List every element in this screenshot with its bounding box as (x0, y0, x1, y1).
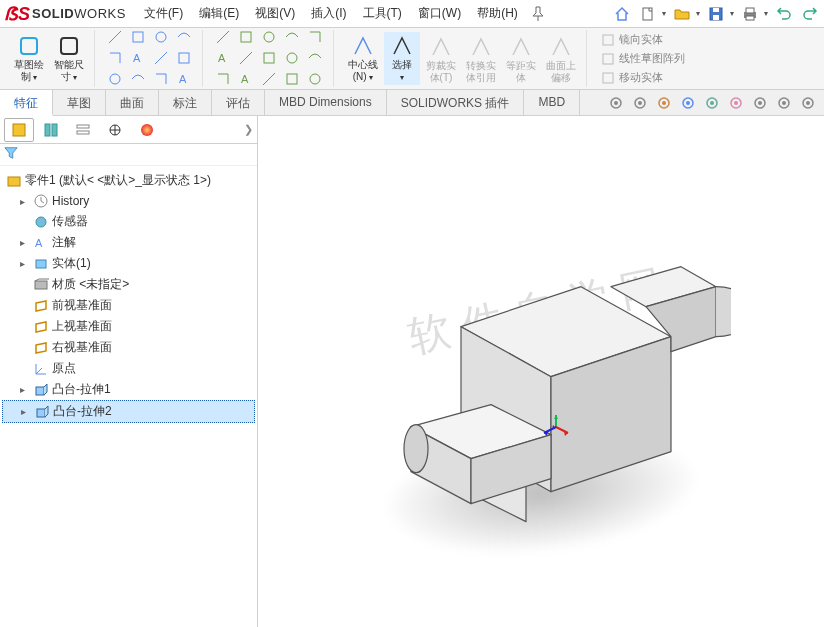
tree-item-label: 凸台-拉伸2 (53, 403, 112, 420)
sketch-button[interactable]: 草图绘制 ▾ (10, 32, 48, 85)
view-orient-icon[interactable] (678, 93, 698, 113)
sketch-tool-icon[interactable] (259, 28, 279, 46)
sketch-tool-icon[interactable] (151, 49, 171, 67)
home-icon[interactable] (612, 4, 632, 24)
tree-material[interactable]: 材质 <未指定> (2, 274, 255, 295)
tree-root[interactable]: 零件1 (默认< <默认>_显示状态 1>) (2, 170, 255, 191)
sketch-tool-icon[interactable] (282, 28, 302, 46)
tab-曲面[interactable]: 曲面 (106, 90, 159, 115)
property-tab[interactable] (36, 118, 66, 142)
tree-item-label: 原点 (52, 360, 76, 377)
menu-视图(V)[interactable]: 视图(V) (247, 1, 303, 26)
sketch-tool-icon[interactable] (259, 49, 279, 67)
sketch-tool-icon[interactable] (213, 28, 233, 46)
svg-rect-15 (241, 32, 251, 42)
tree-right-plane[interactable]: 右视基准面 (2, 337, 255, 358)
feature-tree-tab[interactable] (4, 118, 34, 142)
undo-icon[interactable] (774, 4, 794, 24)
tab-标注[interactable]: 标注 (159, 90, 212, 115)
menu-文件(F)[interactable]: 文件(F) (136, 1, 191, 26)
expand-icon[interactable]: ▸ (20, 237, 30, 248)
tree-annotations[interactable]: ▸A注解 (2, 232, 255, 253)
tree-extrude2[interactable]: ▸凸台-拉伸2 (2, 400, 255, 423)
sketch-tool-icon[interactable]: A (213, 49, 233, 67)
sketch-tool-icon[interactable] (282, 70, 302, 88)
menu-帮助(H)[interactable]: 帮助(H) (469, 1, 526, 26)
tab-MBD Dimensions[interactable]: MBD Dimensions (265, 90, 387, 115)
view-triad: * (541, 412, 571, 445)
plane-icon (33, 340, 49, 356)
menu-窗口(W)[interactable]: 窗口(W) (410, 1, 469, 26)
sketch-tool-icon[interactable] (105, 49, 125, 67)
redo-icon[interactable] (800, 4, 820, 24)
sketch-tool-icon[interactable] (213, 70, 233, 88)
expand-icon[interactable]: ▸ (20, 384, 30, 395)
sketch-tool-icon[interactable] (282, 49, 302, 67)
expand-icon[interactable]: ▸ (21, 406, 31, 417)
tab-SOLIDWORKS 插件[interactable]: SOLIDWORKS 插件 (387, 90, 525, 115)
expand-icon[interactable]: ▸ (20, 196, 30, 207)
hide-show-icon[interactable] (798, 93, 818, 113)
svg-text:*: * (552, 424, 555, 431)
smart-dim-button[interactable]: 智能尺寸 ▾ (50, 32, 88, 85)
sketch-tool-icon[interactable]: A (174, 70, 194, 88)
tab-MBD[interactable]: MBD (524, 90, 580, 115)
menu-工具(T)[interactable]: 工具(T) (355, 1, 410, 26)
sketch-tool-icon[interactable] (105, 28, 125, 46)
sketch-tool-icon[interactable] (305, 70, 325, 88)
tree-filter[interactable] (0, 144, 257, 166)
shadow-icon[interactable] (774, 93, 794, 113)
new-icon[interactable] (638, 4, 658, 24)
tab-评估[interactable]: 评估 (212, 90, 265, 115)
sketch-tool-icon[interactable] (128, 28, 148, 46)
tab-特征[interactable]: 特征 (0, 90, 53, 116)
centerline-button[interactable]: 中心线(N) ▾ (344, 32, 382, 85)
menu-编辑(E)[interactable]: 编辑(E) (191, 1, 247, 26)
perspective-icon[interactable] (750, 93, 770, 113)
sketch-tool-icon[interactable] (259, 70, 279, 88)
sketch-tool-icon[interactable] (105, 70, 125, 88)
material-icon (33, 277, 49, 293)
svg-point-43 (806, 101, 810, 105)
sketch-tool-icon[interactable] (236, 49, 256, 67)
scene-icon[interactable] (726, 93, 746, 113)
open-icon[interactable] (672, 4, 692, 24)
zoom-fit-icon[interactable] (630, 93, 650, 113)
sketch-tool-icon[interactable] (151, 28, 171, 46)
sketch-tool-icon[interactable] (128, 70, 148, 88)
tree-solid-bodies[interactable]: ▸实体(1) (2, 253, 255, 274)
sketch-tool-icon[interactable] (305, 49, 325, 67)
tree-top-plane[interactable]: 上视基准面 (2, 316, 255, 337)
section-icon[interactable] (654, 93, 674, 113)
svg-rect-18 (264, 53, 274, 63)
tree-extrude1[interactable]: ▸凸台-拉伸1 (2, 379, 255, 400)
graphics-viewport[interactable]: 软件自学网 (258, 116, 824, 627)
tree-sensors[interactable]: 传感器 (2, 211, 255, 232)
solidworks-icon: ẞS (4, 3, 30, 25)
menu-插入(I)[interactable]: 插入(I) (303, 1, 354, 26)
dimxpert-tab[interactable] (100, 118, 130, 142)
appearance-tab[interactable] (132, 118, 162, 142)
tree-history[interactable]: ▸History (2, 191, 255, 211)
sketch-tool-icon[interactable]: A (128, 49, 148, 67)
expand-icon[interactable]: ❯ (244, 123, 253, 136)
config-tab[interactable] (68, 118, 98, 142)
svg-text:A: A (241, 73, 249, 85)
zoom-icon[interactable] (606, 93, 626, 113)
sketch-tool-icon[interactable] (174, 49, 194, 67)
tree-front-plane[interactable]: 前视基准面 (2, 295, 255, 316)
sketch-tool-icon[interactable]: A (236, 70, 256, 88)
select-button[interactable]: 选择 ▾ (384, 32, 420, 85)
sketch-tool-icon[interactable] (174, 28, 194, 46)
sketch-tool-icon[interactable] (305, 28, 325, 46)
tree-origin[interactable]: 原点 (2, 358, 255, 379)
print-icon[interactable] (740, 4, 760, 24)
manager-tabs: ❯ (0, 116, 257, 144)
tab-草图[interactable]: 草图 (53, 90, 106, 115)
display-style-icon[interactable] (702, 93, 722, 113)
sketch-tool-icon[interactable] (151, 70, 171, 88)
save-icon[interactable] (706, 4, 726, 24)
expand-icon[interactable]: ▸ (20, 258, 30, 269)
sketch-tool-icon[interactable] (236, 28, 256, 46)
pin-icon[interactable] (528, 4, 548, 24)
